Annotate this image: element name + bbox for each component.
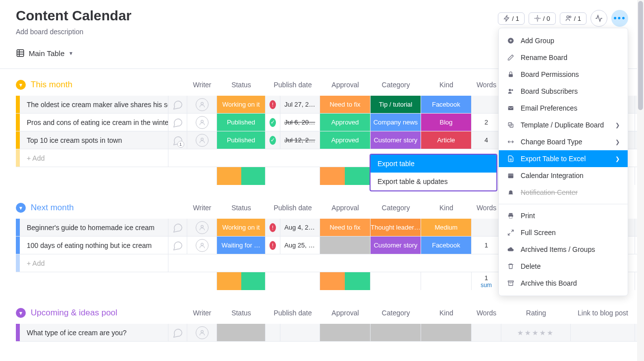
publish-date-cell[interactable]: Jul 12, 2… [280, 131, 320, 149]
menu-item-archived-items-groups[interactable]: Archived Items / Groups [499, 241, 628, 258]
menu-item-add-group[interactable]: Add Group [499, 32, 628, 49]
conversation-button[interactable] [168, 96, 187, 113]
item-name[interactable]: Top 10 ice cream spots in town [20, 131, 168, 149]
kind-cell[interactable]: Article [421, 131, 472, 149]
conversation-button[interactable]: 1 [168, 131, 187, 149]
item-name[interactable]: What type of ice cream are you? [20, 324, 168, 341]
column-header[interactable]: Category [371, 76, 421, 94]
group-collapse-toggle[interactable]: ▼ [16, 80, 26, 90]
column-header[interactable]: Publish date [266, 304, 320, 322]
menu-item-full-screen[interactable]: Full Screen [499, 224, 628, 241]
category-cell[interactable] [371, 324, 421, 341]
link-cell[interactable] [571, 324, 635, 341]
conversation-button[interactable] [168, 114, 187, 131]
publish-date-cell[interactable]: Aug 25, … [280, 237, 320, 254]
column-header[interactable]: Link to blog post [571, 304, 635, 322]
writer-cell[interactable] [187, 324, 217, 341]
scrollbar-track[interactable] [637, 0, 644, 361]
kind-cell[interactable]: Facebook [421, 96, 472, 113]
status-cell[interactable]: Published [217, 114, 266, 131]
menu-item-print[interactable]: Print [499, 207, 628, 224]
words-cell[interactable]: 2 [472, 114, 501, 131]
words-cell[interactable] [472, 96, 501, 113]
column-header[interactable]: Status [217, 304, 266, 322]
category-cell[interactable]: Customer story [371, 131, 421, 149]
menu-item-delete[interactable]: Delete [499, 258, 628, 275]
integrations-pill[interactable]: / 0 [529, 12, 555, 25]
rating-cell[interactable]: ★★★★★ [501, 324, 571, 341]
activity-button[interactable] [590, 10, 607, 27]
approval-cell[interactable]: Need to fix [320, 96, 371, 113]
writer-cell[interactable] [187, 114, 217, 131]
column-header[interactable]: Category [371, 199, 421, 217]
column-header[interactable]: Writer [187, 76, 217, 94]
item-name[interactable]: 100 days of eating nothing but ice cream [20, 237, 168, 254]
column-header[interactable]: Writer [187, 304, 217, 322]
view-selector[interactable]: Main Table ▼ [16, 49, 73, 58]
column-header[interactable]: Status [217, 199, 266, 217]
item-name[interactable]: The oldest ice cream maker alive shares … [20, 96, 168, 113]
board-more-button[interactable]: ••• [611, 10, 628, 27]
column-header[interactable]: Words [472, 304, 501, 322]
words-cell[interactable]: 1 [472, 237, 501, 254]
publish-date-cell[interactable]: Aug 4, 2… [280, 219, 320, 236]
item-name[interactable]: Beginner's guide to homemade ice cream [20, 219, 168, 236]
menu-item-notification-center[interactable]: Notification Center [499, 184, 628, 201]
menu-item-board-subscribers[interactable]: Board Subscribers [499, 83, 628, 100]
words-cell[interactable] [472, 324, 501, 341]
menu-item-board-permissions[interactable]: Board Permissions [499, 66, 628, 83]
column-header[interactable]: Kind [421, 199, 472, 217]
conversation-button[interactable] [168, 219, 187, 236]
menu-item-calendar-integration[interactable]: Calendar Integration [499, 167, 628, 184]
kind-cell[interactable]: Blog [421, 114, 472, 131]
group-collapse-toggle[interactable]: ▼ [16, 308, 26, 318]
menu-item-change-board-type[interactable]: Change Board Type❯ [499, 133, 628, 150]
words-cell[interactable]: 4 [472, 131, 501, 149]
status-cell[interactable]: Working on it [217, 96, 266, 113]
column-header[interactable]: Publish date [266, 76, 320, 94]
group-title[interactable]: This month [31, 80, 72, 90]
column-header[interactable]: Words [472, 199, 501, 217]
conversation-button[interactable] [168, 324, 187, 341]
column-header[interactable]: Approval [320, 76, 371, 94]
approval-cell[interactable] [320, 324, 371, 341]
words-cell[interactable] [472, 219, 501, 236]
submenu-item-export-table[interactable]: Export table [371, 155, 496, 173]
menu-item-rename-board[interactable]: Rename Board [499, 49, 628, 66]
members-pill[interactable]: / 1 [560, 12, 587, 25]
publish-date-cell[interactable] [280, 324, 320, 341]
writer-cell[interactable] [187, 219, 217, 236]
approval-cell[interactable]: Approved [320, 131, 371, 149]
writer-cell[interactable] [187, 237, 217, 254]
status-cell[interactable]: Working on it [217, 219, 266, 236]
group-title[interactable]: Upcoming & ideas pool [31, 308, 117, 318]
group-collapse-toggle[interactable]: ▼ [16, 203, 26, 213]
scrollbar-thumb[interactable] [638, 1, 643, 110]
kind-cell[interactable]: Facebook [421, 237, 472, 254]
table-row[interactable]: What type of ice cream are you?★★★★★ [16, 324, 644, 342]
menu-item-template-duplicate-board[interactable]: Template / Duplicate Board❯ [499, 117, 628, 133]
category-cell[interactable]: Thought leader… [371, 219, 421, 236]
status-cell[interactable]: Published [217, 131, 266, 149]
category-cell[interactable]: Customer story [371, 237, 421, 254]
column-header[interactable]: Words [472, 76, 501, 94]
approval-cell[interactable]: Need to fix [320, 219, 371, 236]
column-header[interactable]: Kind [421, 304, 472, 322]
column-header[interactable]: Kind [421, 76, 472, 94]
approval-cell[interactable] [320, 237, 371, 254]
writer-cell[interactable] [187, 131, 217, 149]
add-item-button[interactable]: + Add [20, 149, 168, 167]
status-cell[interactable] [217, 324, 266, 341]
kind-cell[interactable] [421, 324, 472, 341]
column-header[interactable]: Status [217, 76, 266, 94]
status-cell[interactable]: Waiting for … [217, 237, 266, 254]
kind-cell[interactable]: Medium [421, 219, 472, 236]
conversation-button[interactable] [168, 237, 187, 254]
column-header[interactable]: Publish date [266, 199, 320, 217]
item-name[interactable]: Pros and cons of eating ice cream in the… [20, 114, 168, 131]
column-header[interactable]: Writer [187, 199, 217, 217]
menu-item-email-preferences[interactable]: Email Preferences [499, 100, 628, 117]
column-header[interactable]: Category [371, 304, 421, 322]
group-title[interactable]: Next month [31, 203, 74, 213]
automations-pill[interactable]: / 1 [498, 12, 525, 25]
